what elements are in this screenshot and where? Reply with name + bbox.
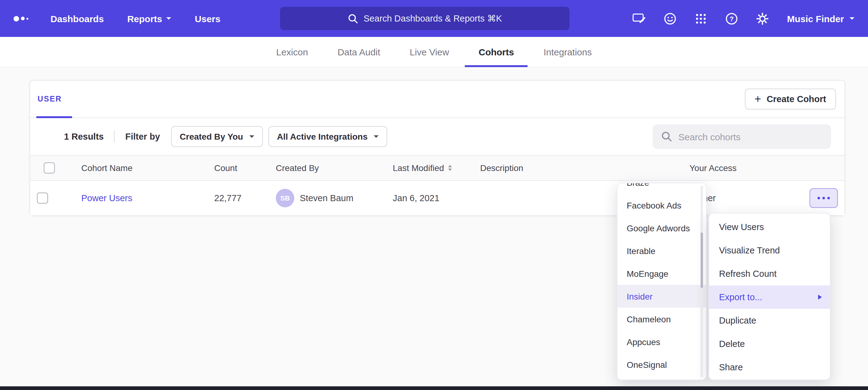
menu-item-visualize-trend[interactable]: Visualize Trend xyxy=(709,239,830,262)
logo-dot xyxy=(27,18,28,20)
cohort-name-link[interactable]: Power Users xyxy=(81,193,132,203)
column-header-cohort-name[interactable]: Cohort Name xyxy=(74,163,208,173)
filter-integrations-dropdown[interactable]: All Active Integrations xyxy=(269,126,388,147)
dot-icon xyxy=(827,197,830,200)
feedback-icon[interactable] xyxy=(632,11,647,26)
row-context-menu: View Users Visualize Trend Refresh Count… xyxy=(709,213,831,380)
last-modified-value: Jan 6, 2021 xyxy=(386,193,473,203)
nav-dashboards[interactable]: Dashboards xyxy=(51,13,104,24)
cohorts-card-header: USER + Create Cohort xyxy=(30,80,845,118)
created-by-name: Steven Baum xyxy=(300,193,353,203)
menu-item-delete[interactable]: Delete xyxy=(709,332,830,356)
mixpanel-logo[interactable] xyxy=(13,16,34,21)
column-header-count[interactable]: Count xyxy=(208,163,269,173)
logo-dot xyxy=(21,17,25,20)
top-navbar: Dashboards Reports Users Search Dashboar… xyxy=(0,0,868,37)
global-search-input[interactable]: Search Dashboards & Reports ⌘K xyxy=(280,7,569,30)
cohorts-card: USER + Create Cohort 1 Results Filter by… xyxy=(30,80,845,216)
svg-text:?: ? xyxy=(730,15,734,23)
nav-users[interactable]: Users xyxy=(195,13,220,24)
tab-live-view[interactable]: Live View xyxy=(396,37,463,67)
help-icon[interactable]: ? xyxy=(724,11,739,26)
primary-nav: Dashboards Reports Users xyxy=(51,13,220,24)
menu-item-moengage[interactable]: MoEngage xyxy=(617,262,706,285)
viewport-bottom-edge xyxy=(0,386,868,390)
column-header-created-by[interactable]: Created By xyxy=(269,163,386,173)
search-icon xyxy=(347,13,358,24)
chevron-down-icon xyxy=(166,17,172,20)
divider xyxy=(114,130,115,143)
search-icon xyxy=(661,131,672,142)
chevron-down-icon xyxy=(374,135,379,138)
results-count: 1 Results xyxy=(64,132,104,141)
apps-grid-icon[interactable] xyxy=(693,11,708,26)
global-search-placeholder: Search Dashboards & Reports ⌘K xyxy=(364,13,502,23)
filter-created-by-dropdown[interactable]: Created By You xyxy=(171,126,263,147)
menu-item-braze[interactable]: Braze xyxy=(617,183,706,194)
last-modified-label: Last Modified xyxy=(393,163,444,173)
emoji-icon[interactable] xyxy=(663,11,678,26)
table-row: Power Users 22,777 SB Steven Baum Jan 6,… xyxy=(30,181,845,215)
menu-item-duplicate[interactable]: Duplicate xyxy=(709,309,830,332)
plus-icon: + xyxy=(755,94,761,105)
app-root: Dashboards Reports Users Search Dashboar… xyxy=(0,0,868,390)
menu-item-view-users[interactable]: View Users xyxy=(709,215,830,239)
created-by-cell: SB Steven Baum xyxy=(269,189,386,207)
nav-reports[interactable]: Reports xyxy=(127,13,171,24)
logo-dot xyxy=(13,16,19,21)
filter-created-by-value: Created By You xyxy=(180,132,243,141)
export-submenu-list: Braze Facebook Ads Google Adwords Iterab… xyxy=(617,183,706,376)
menu-item-onesignal[interactable]: OneSignal xyxy=(617,353,706,376)
tab-integrations[interactable]: Integrations xyxy=(530,37,606,67)
nav-reports-label: Reports xyxy=(127,13,162,24)
filter-bar: 1 Results Filter by Created By You All A… xyxy=(30,118,845,155)
menu-item-refresh-count[interactable]: Refresh Count xyxy=(709,262,830,285)
menu-item-appcues[interactable]: Appcues xyxy=(617,330,706,353)
section-tabs: Lexicon Data Audit Live View Cohorts Int… xyxy=(0,37,868,68)
user-tab-label: USER xyxy=(37,95,62,103)
tab-user-cohorts[interactable]: USER xyxy=(36,80,72,118)
column-header-last-modified[interactable]: Last Modified xyxy=(386,163,473,173)
menu-item-export-to[interactable]: Export to... xyxy=(709,285,830,309)
table-header-row: Cohort Name Count Created By Last Modifi… xyxy=(30,155,845,181)
project-name: Music Finder xyxy=(787,13,844,24)
cohort-search-input[interactable]: Search cohorts xyxy=(653,124,831,149)
column-header-description[interactable]: Description xyxy=(473,163,683,173)
tab-lexicon[interactable]: Lexicon xyxy=(262,37,321,67)
chevron-down-icon xyxy=(249,135,254,138)
select-all-checkbox[interactable] xyxy=(44,162,55,173)
avatar: SB xyxy=(276,189,294,207)
menu-item-facebook-ads[interactable]: Facebook Ads xyxy=(617,194,706,217)
tab-cohorts[interactable]: Cohorts xyxy=(465,37,528,67)
row-checkbox[interactable] xyxy=(37,193,48,204)
menu-item-share[interactable]: Share xyxy=(709,356,830,379)
chevron-down-icon xyxy=(849,17,855,20)
cohort-search-placeholder: Search cohorts xyxy=(678,131,741,142)
submenu-arrow-icon xyxy=(818,295,822,300)
filter-integrations-value: All Active Integrations xyxy=(277,132,368,141)
dot-icon xyxy=(817,197,820,200)
column-header-your-access[interactable]: Your Access xyxy=(683,163,802,173)
menu-item-insider[interactable]: Insider xyxy=(617,285,706,307)
filter-by-label: Filter by xyxy=(125,132,160,141)
menu-item-iterable[interactable]: Iterable xyxy=(617,239,706,262)
menu-item-chameleon[interactable]: Chameleon xyxy=(617,307,706,330)
dot-icon xyxy=(823,197,825,200)
active-tab-underline xyxy=(36,116,72,118)
settings-gear-icon[interactable] xyxy=(755,11,770,26)
export-to-label: Export to... xyxy=(719,292,762,302)
create-cohort-label: Create Cohort xyxy=(767,94,826,104)
menu-item-google-adwords[interactable]: Google Adwords xyxy=(617,217,706,239)
row-actions-button[interactable] xyxy=(809,188,838,208)
scrollbar-thumb[interactable] xyxy=(701,232,703,288)
sort-icon[interactable] xyxy=(448,165,452,171)
export-submenu: Braze Facebook Ads Google Adwords Iterab… xyxy=(617,183,707,380)
navbar-icons: ? xyxy=(632,11,770,26)
tab-data-audit[interactable]: Data Audit xyxy=(324,37,394,67)
create-cohort-button[interactable]: + Create Cohort xyxy=(745,89,836,109)
cohort-count: 22,777 xyxy=(208,193,269,203)
project-switcher[interactable]: Music Finder xyxy=(787,13,855,24)
